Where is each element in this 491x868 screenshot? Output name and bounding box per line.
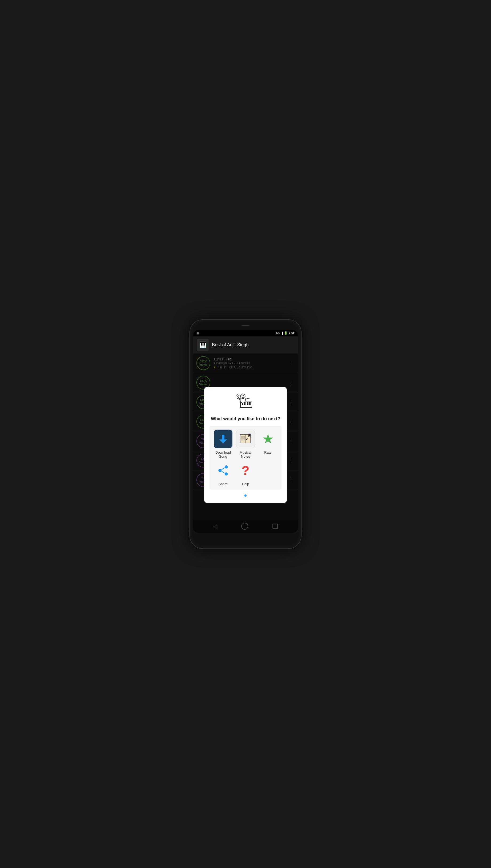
dialog-logo bbox=[209, 392, 282, 413]
svg-point-12 bbox=[242, 395, 242, 396]
notes-book-svg: ♪ bbox=[239, 432, 252, 446]
logo-emoji: 🎹 bbox=[199, 341, 206, 348]
empty-slot bbox=[258, 461, 278, 486]
app-title: Best of Arijit Singh bbox=[212, 342, 249, 347]
sim-icon: ▦ bbox=[196, 332, 199, 335]
musical-notes-option[interactable]: ♪ Musical Notes bbox=[236, 429, 255, 458]
share-svg-icon bbox=[217, 465, 229, 476]
musical-notes-icon: ♪ bbox=[236, 429, 255, 448]
dialog-options-container: DownloadSong bbox=[209, 426, 282, 490]
signal-bars-icon: ▐ bbox=[281, 332, 283, 335]
phone-top bbox=[193, 325, 298, 328]
svg-point-24 bbox=[225, 465, 228, 469]
svg-rect-4 bbox=[247, 402, 249, 405]
arrow-stem bbox=[222, 435, 224, 440]
signal-label: 4G bbox=[276, 332, 280, 335]
svg-line-9 bbox=[246, 398, 250, 399]
svg-point-11 bbox=[237, 395, 238, 396]
modal-overlay[interactable]: What would you like to do next? bbox=[193, 354, 298, 533]
svg-point-26 bbox=[225, 472, 228, 476]
battery-icon: 🔋 bbox=[284, 331, 288, 335]
time-label: 7:52 bbox=[289, 332, 295, 335]
content-area: 337K Views Tum Hi Ho AASHIQUI 2 - ARIJIT… bbox=[193, 354, 298, 533]
download-song-option[interactable]: DownloadSong bbox=[213, 429, 233, 458]
svg-rect-5 bbox=[249, 402, 251, 405]
screen: ▦ 4G ▐ 🔋 7:52 🎹 Best of Arijit Singh bbox=[193, 330, 298, 533]
dialog-title: What would you like to do next? bbox=[209, 416, 282, 422]
dialog-page-indicator bbox=[209, 493, 282, 498]
dialog-row-2: Share ? Help bbox=[213, 461, 278, 486]
phone-frame: ▦ 4G ▐ 🔋 7:52 🎹 Best of Arijit Singh bbox=[190, 319, 301, 549]
status-left: ▦ bbox=[196, 332, 199, 335]
download-song-label: DownloadSong bbox=[215, 450, 231, 458]
help-option[interactable]: ? Help bbox=[236, 461, 255, 486]
camera-bump bbox=[241, 325, 250, 326]
help-icon: ? bbox=[236, 461, 255, 480]
musical-notes-label: Musical Notes bbox=[236, 450, 255, 458]
share-option[interactable]: Share bbox=[213, 461, 233, 486]
rate-icon: ★ bbox=[259, 429, 277, 448]
status-right: 4G ▐ 🔋 7:52 bbox=[276, 331, 295, 335]
app-logo: 🎹 bbox=[197, 339, 209, 351]
question-mark-icon: ? bbox=[241, 463, 249, 478]
help-label: Help bbox=[242, 482, 249, 486]
svg-line-28 bbox=[222, 471, 225, 473]
app-header: 🎹 Best of Arijit Singh bbox=[193, 336, 298, 354]
rate-label: Rate bbox=[264, 450, 271, 454]
piano-character-icon bbox=[235, 392, 256, 411]
download-icon bbox=[214, 429, 232, 448]
dialog-row-1: DownloadSong bbox=[213, 429, 278, 458]
indicator-dot bbox=[244, 495, 247, 497]
download-arrow-icon bbox=[219, 435, 227, 443]
share-label: Share bbox=[219, 482, 228, 486]
star-rate-icon: ★ bbox=[262, 431, 274, 447]
arrow-head bbox=[219, 440, 227, 443]
status-bar: ▦ 4G ▐ 🔋 7:52 bbox=[193, 330, 298, 336]
svg-line-27 bbox=[222, 468, 225, 470]
dialog: What would you like to do next? bbox=[204, 387, 287, 503]
svg-point-13 bbox=[243, 395, 244, 396]
svg-point-7 bbox=[240, 394, 245, 399]
share-icon-wrap bbox=[214, 461, 232, 480]
svg-point-25 bbox=[218, 469, 222, 472]
svg-text:♪: ♪ bbox=[246, 436, 248, 441]
rate-option[interactable]: ★ Rate bbox=[258, 429, 278, 458]
